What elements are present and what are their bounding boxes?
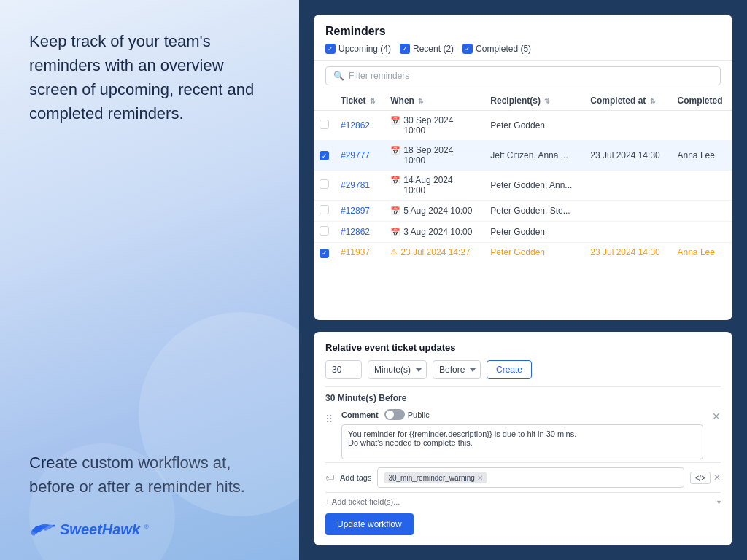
- recipients: Peter Godden, Ann...: [484, 171, 584, 201]
- ticket-number[interactable]: #11937: [341, 247, 370, 257]
- add-field-row[interactable]: + Add ticket field(s)... ▾: [325, 492, 721, 506]
- toggle-label: Public: [408, 411, 430, 419]
- col-when[interactable]: When ⇅: [384, 91, 484, 111]
- col-ticket[interactable]: Ticket ⇅: [335, 91, 384, 111]
- workflow-action-row: ⠿ Comment Public You reminder for {{remi…: [325, 409, 721, 462]
- drag-handle-icon[interactable]: ⠿: [325, 413, 333, 425]
- ticket-number[interactable]: #12862: [341, 120, 370, 131]
- tags-row: 🏷 Add tags 30_min_reminder_warning ✕ </>…: [325, 462, 721, 492]
- search-icon: 🔍: [333, 71, 344, 81]
- table-row: #12862 📅30 Sep 202410:00 Peter Godden: [314, 111, 732, 141]
- calendar-icon: 📅: [390, 146, 400, 155]
- when-value: 3 Aug 2024 10:00: [403, 227, 472, 237]
- ticket-number[interactable]: #29777: [341, 150, 370, 160]
- chevron-down-icon: ▾: [717, 498, 721, 506]
- completed-by: Anna Lee: [672, 141, 732, 171]
- reminders-header: Reminders ✓ Upcoming (4) ✓ Recent (2) ✓ …: [314, 15, 732, 61]
- completed-by: Anna Lee: [672, 243, 732, 262]
- comment-textarea[interactable]: You reminder for {{reminder.description}…: [341, 424, 703, 459]
- logo: SweetHawk ®: [29, 521, 270, 538]
- recipients: Jeff Citizen, Anna ...: [484, 141, 584, 171]
- row-checkbox[interactable]: [320, 179, 329, 189]
- recipients: Peter Godden: [484, 243, 584, 262]
- right-panel: Reminders ✓ Upcoming (4) ✓ Recent (2) ✓ …: [299, 0, 747, 560]
- recipients: Peter Godden, Ste...: [484, 201, 584, 222]
- col-recipients[interactable]: Recipient(s) ⇅: [484, 91, 584, 111]
- tags-field[interactable]: 30_min_reminder_warning ✕: [377, 467, 684, 488]
- toggle-background[interactable]: [384, 409, 405, 420]
- workflow-title: Relative event ticket updates: [325, 342, 721, 353]
- workflow-controls: Minute(s) Hour(s) Day(s) Before After Cr…: [325, 360, 721, 379]
- completed-by: [672, 222, 732, 243]
- headline-1: Keep track of your team's reminders with…: [29, 29, 270, 125]
- calendar-icon: 📅: [390, 228, 400, 237]
- table-row: #12897 📅5 Aug 2024 10:00 Peter Godden, S…: [314, 201, 732, 222]
- tag-close-icon[interactable]: ✕: [713, 472, 721, 483]
- comment-label-row: Comment Public: [341, 409, 703, 420]
- create-button[interactable]: Create: [487, 360, 532, 379]
- public-toggle[interactable]: Public: [384, 409, 430, 420]
- overdue-icon: ⚠: [390, 247, 398, 257]
- calendar-icon: 📅: [390, 176, 400, 185]
- row-checkbox[interactable]: [320, 120, 329, 129]
- completed-at: [584, 171, 671, 201]
- workflow-section-label: 30 Minute(s) Before: [325, 386, 721, 403]
- reminders-table: Ticket ⇅ When ⇅ Recipient(s) ⇅ Completed…: [314, 91, 732, 262]
- search-bar[interactable]: 🔍 Filter reminders: [325, 66, 721, 85]
- ticket-number[interactable]: #12897: [341, 206, 370, 216]
- check-recent: ✓: [400, 44, 410, 54]
- tag-chip-label: 30_min_reminder_warning: [388, 474, 474, 482]
- col-completed-by[interactable]: Completed: [672, 91, 732, 111]
- col-completed-at[interactable]: Completed at ⇅: [584, 91, 671, 111]
- headline-text-2: Create custom workflows at, before or af…: [29, 451, 270, 499]
- completed-at: [584, 201, 671, 222]
- recipients: Peter Godden: [484, 111, 584, 141]
- row-checkbox[interactable]: ✓: [320, 249, 329, 258]
- search-placeholder: Filter reminders: [349, 71, 409, 81]
- calendar-icon: 📅: [390, 116, 400, 125]
- reminders-table-body: #12862 📅30 Sep 202410:00 Peter Godden ✓ …: [314, 111, 732, 262]
- reminders-title: Reminders: [325, 25, 721, 38]
- ticket-number[interactable]: #29781: [341, 180, 370, 190]
- badge-recent[interactable]: ✓ Recent (2): [400, 44, 454, 54]
- when-value: 18 Sep 202410:00: [403, 145, 453, 166]
- workflow-card: Relative event ticket updates Minute(s) …: [314, 332, 732, 545]
- row-checkbox[interactable]: [320, 226, 329, 236]
- svg-point-0: [53, 525, 55, 527]
- row-checkbox[interactable]: [320, 205, 329, 214]
- when-value: 23 Jul 2024 14:27: [400, 247, 470, 257]
- badge-upcoming[interactable]: ✓ Upcoming (4): [325, 44, 391, 54]
- workflow-amount-input[interactable]: [325, 360, 362, 379]
- left-bottom-section: Create custom workflows at, before or af…: [29, 451, 270, 538]
- sweethawk-logo-icon: [29, 521, 55, 538]
- when-value: 14 Aug 202410:00: [403, 175, 452, 195]
- when-value: 5 Aug 2024 10:00: [403, 206, 472, 216]
- badge-completed[interactable]: ✓ Completed (5): [462, 44, 531, 54]
- ticket-number[interactable]: #12862: [341, 227, 370, 237]
- row-checkbox[interactable]: ✓: [320, 151, 329, 160]
- headline-text-1: Keep track of your team's reminders with…: [29, 29, 270, 125]
- logo-text: SweetHawk: [60, 521, 140, 538]
- reminders-card: Reminders ✓ Upcoming (4) ✓ Recent (2) ✓ …: [314, 15, 732, 320]
- comment-label: Comment: [341, 411, 379, 419]
- badge-upcoming-label: Upcoming (4): [338, 44, 391, 54]
- workflow-unit-select[interactable]: Minute(s) Hour(s) Day(s): [368, 360, 427, 379]
- calendar-icon: 📅: [390, 206, 400, 216]
- completed-by: [672, 201, 732, 222]
- completed-at: [584, 222, 671, 243]
- tag-icon: 🏷: [325, 472, 334, 483]
- recipients: Peter Godden: [484, 222, 584, 243]
- filter-badges: ✓ Upcoming (4) ✓ Recent (2) ✓ Completed …: [325, 44, 721, 54]
- table-row: ✓ #11937 ⚠23 Jul 2024 14:27 Peter Godden…: [314, 243, 732, 262]
- workflow-direction-select[interactable]: Before After: [433, 360, 481, 379]
- badge-recent-label: Recent (2): [413, 44, 454, 54]
- when-value: 30 Sep 202410:00: [403, 115, 453, 136]
- update-workflow-button[interactable]: Update workflow: [325, 513, 414, 535]
- left-panel: Keep track of your team's reminders with…: [0, 0, 299, 560]
- close-icon[interactable]: ✕: [712, 409, 721, 422]
- remove-tag-icon[interactable]: ✕: [477, 474, 483, 482]
- completed-at: 23 Jul 2024 14:30: [584, 243, 671, 262]
- completed-at: 23 Jul 2024 14:30: [584, 141, 671, 171]
- table-row: ✓ #29777 📅18 Sep 202410:00 Jeff Citizen,…: [314, 141, 732, 171]
- tag-code-button[interactable]: </>: [690, 472, 711, 484]
